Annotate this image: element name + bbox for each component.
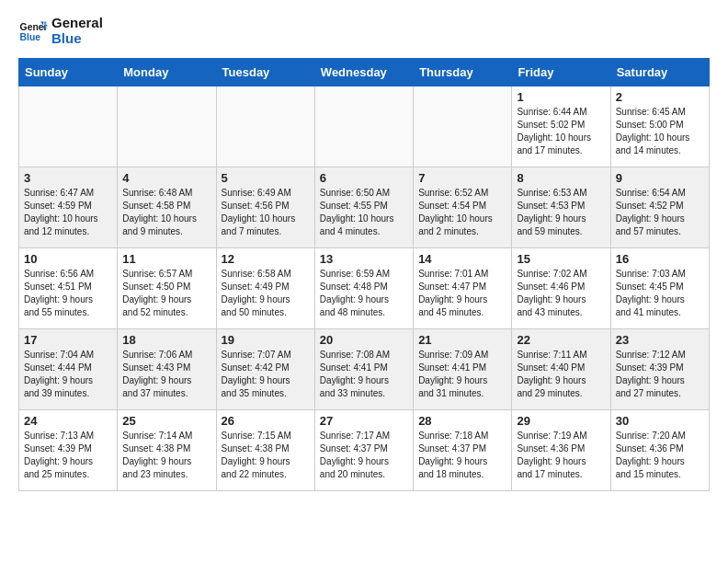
- day-cell: [216, 86, 314, 167]
- svg-text:Blue: Blue: [20, 32, 41, 42]
- day-number: 22: [517, 333, 605, 347]
- day-cell: 20Sunrise: 7:08 AMSunset: 4:41 PMDayligh…: [314, 328, 413, 409]
- day-info: Sunrise: 6:47 AMSunset: 4:59 PMDaylight:…: [24, 187, 112, 238]
- day-info: Sunrise: 7:07 AMSunset: 4:42 PMDaylight:…: [222, 349, 310, 400]
- day-number: 19: [222, 333, 310, 347]
- day-info: Sunrise: 7:02 AMSunset: 4:46 PMDaylight:…: [517, 268, 605, 319]
- weekday-header-row: SundayMondayTuesdayWednesdayThursdayFrid…: [19, 58, 710, 86]
- day-info: Sunrise: 7:18 AMSunset: 4:37 PMDaylight:…: [418, 430, 506, 481]
- day-info: Sunrise: 6:57 AMSunset: 4:50 PMDaylight:…: [122, 268, 210, 319]
- day-cell: 8Sunrise: 6:53 AMSunset: 4:53 PMDaylight…: [512, 167, 610, 247]
- day-cell: 28Sunrise: 7:18 AMSunset: 4:37 PMDayligh…: [414, 409, 512, 490]
- week-row-4: 17Sunrise: 7:04 AMSunset: 4:44 PMDayligh…: [19, 328, 710, 409]
- day-number: 12: [222, 252, 310, 266]
- day-cell: 25Sunrise: 7:14 AMSunset: 4:38 PMDayligh…: [118, 409, 216, 490]
- day-number: 17: [24, 333, 112, 347]
- day-info: Sunrise: 7:04 AMSunset: 4:44 PMDaylight:…: [24, 349, 112, 400]
- day-cell: 15Sunrise: 7:02 AMSunset: 4:46 PMDayligh…: [512, 247, 610, 328]
- day-info: Sunrise: 6:50 AMSunset: 4:55 PMDaylight:…: [320, 187, 408, 238]
- day-cell: 12Sunrise: 6:58 AMSunset: 4:49 PMDayligh…: [216, 247, 314, 328]
- day-cell: 29Sunrise: 7:19 AMSunset: 4:36 PMDayligh…: [512, 409, 610, 490]
- day-number: 4: [122, 171, 210, 185]
- week-row-1: 1Sunrise: 6:44 AMSunset: 5:02 PMDaylight…: [19, 86, 710, 167]
- day-number: 20: [320, 333, 408, 347]
- day-cell: 4Sunrise: 6:48 AMSunset: 4:58 PMDaylight…: [118, 167, 216, 247]
- weekday-header-saturday: Saturday: [610, 58, 709, 86]
- weekday-header-tuesday: Tuesday: [216, 58, 314, 86]
- day-cell: 2Sunrise: 6:45 AMSunset: 5:00 PMDaylight…: [610, 86, 709, 167]
- day-info: Sunrise: 6:56 AMSunset: 4:51 PMDaylight:…: [24, 268, 112, 319]
- day-info: Sunrise: 7:06 AMSunset: 4:43 PMDaylight:…: [122, 349, 210, 400]
- day-number: 27: [320, 414, 408, 428]
- day-info: Sunrise: 7:15 AMSunset: 4:38 PMDaylight:…: [222, 430, 310, 481]
- day-cell: [19, 86, 118, 167]
- weekday-header-thursday: Thursday: [414, 58, 512, 86]
- day-cell: 16Sunrise: 7:03 AMSunset: 4:45 PMDayligh…: [610, 247, 709, 328]
- day-info: Sunrise: 6:54 AMSunset: 4:52 PMDaylight:…: [616, 187, 704, 238]
- day-number: 10: [24, 252, 112, 266]
- day-info: Sunrise: 7:09 AMSunset: 4:41 PMDaylight:…: [418, 349, 506, 400]
- day-cell: 27Sunrise: 7:17 AMSunset: 4:37 PMDayligh…: [314, 409, 413, 490]
- day-cell: 26Sunrise: 7:15 AMSunset: 4:38 PMDayligh…: [216, 409, 314, 490]
- day-info: Sunrise: 7:20 AMSunset: 4:36 PMDaylight:…: [616, 430, 704, 481]
- header: General Blue General Blue: [18, 15, 710, 47]
- day-number: 29: [517, 414, 605, 428]
- weekday-header-friday: Friday: [512, 58, 610, 86]
- day-info: Sunrise: 7:01 AMSunset: 4:47 PMDaylight:…: [418, 268, 506, 319]
- day-info: Sunrise: 6:49 AMSunset: 4:56 PMDaylight:…: [222, 187, 310, 238]
- day-number: 26: [222, 414, 310, 428]
- day-cell: 14Sunrise: 7:01 AMSunset: 4:47 PMDayligh…: [414, 247, 512, 328]
- week-row-3: 10Sunrise: 6:56 AMSunset: 4:51 PMDayligh…: [19, 247, 710, 328]
- day-info: Sunrise: 6:45 AMSunset: 5:00 PMDaylight:…: [616, 106, 704, 157]
- day-cell: [414, 86, 512, 167]
- day-cell: 23Sunrise: 7:12 AMSunset: 4:39 PMDayligh…: [610, 328, 709, 409]
- logo-blue: Blue: [51, 30, 103, 46]
- day-cell: 11Sunrise: 6:57 AMSunset: 4:50 PMDayligh…: [118, 247, 216, 328]
- day-cell: 1Sunrise: 6:44 AMSunset: 5:02 PMDaylight…: [512, 86, 610, 167]
- day-number: 24: [24, 414, 112, 428]
- day-info: Sunrise: 7:13 AMSunset: 4:39 PMDaylight:…: [24, 430, 112, 481]
- logo: General Blue General Blue: [18, 15, 103, 47]
- day-info: Sunrise: 7:12 AMSunset: 4:39 PMDaylight:…: [616, 349, 704, 400]
- day-info: Sunrise: 7:03 AMSunset: 4:45 PMDaylight:…: [616, 268, 704, 319]
- day-number: 1: [517, 90, 605, 104]
- calendar-table: SundayMondayTuesdayWednesdayThursdayFrid…: [18, 58, 710, 491]
- day-cell: 22Sunrise: 7:11 AMSunset: 4:40 PMDayligh…: [512, 328, 610, 409]
- day-number: 14: [418, 252, 506, 266]
- day-number: 30: [616, 414, 704, 428]
- day-number: 2: [616, 90, 704, 104]
- day-number: 8: [517, 171, 605, 185]
- day-cell: 18Sunrise: 7:06 AMSunset: 4:43 PMDayligh…: [118, 328, 216, 409]
- day-number: 6: [320, 171, 408, 185]
- day-cell: 21Sunrise: 7:09 AMSunset: 4:41 PMDayligh…: [414, 328, 512, 409]
- week-row-2: 3Sunrise: 6:47 AMSunset: 4:59 PMDaylight…: [19, 167, 710, 247]
- day-cell: 3Sunrise: 6:47 AMSunset: 4:59 PMDaylight…: [19, 167, 118, 247]
- day-cell: 24Sunrise: 7:13 AMSunset: 4:39 PMDayligh…: [19, 409, 118, 490]
- page: General Blue General Blue SundayMondayTu…: [0, 0, 728, 510]
- day-number: 18: [122, 333, 210, 347]
- day-info: Sunrise: 6:58 AMSunset: 4:49 PMDaylight:…: [222, 268, 310, 319]
- day-number: 3: [24, 171, 112, 185]
- day-info: Sunrise: 6:44 AMSunset: 5:02 PMDaylight:…: [517, 106, 605, 157]
- day-info: Sunrise: 7:11 AMSunset: 4:40 PMDaylight:…: [517, 349, 605, 400]
- day-cell: 19Sunrise: 7:07 AMSunset: 4:42 PMDayligh…: [216, 328, 314, 409]
- weekday-header-monday: Monday: [118, 58, 216, 86]
- day-number: 21: [418, 333, 506, 347]
- day-number: 13: [320, 252, 408, 266]
- day-cell: 7Sunrise: 6:52 AMSunset: 4:54 PMDaylight…: [414, 167, 512, 247]
- logo-general: General: [51, 15, 103, 30]
- weekday-header-sunday: Sunday: [19, 58, 118, 86]
- day-number: 7: [418, 171, 506, 185]
- day-cell: 13Sunrise: 6:59 AMSunset: 4:48 PMDayligh…: [314, 247, 413, 328]
- day-info: Sunrise: 6:52 AMSunset: 4:54 PMDaylight:…: [418, 187, 506, 238]
- day-cell: 17Sunrise: 7:04 AMSunset: 4:44 PMDayligh…: [19, 328, 118, 409]
- weekday-header-wednesday: Wednesday: [314, 58, 413, 86]
- day-info: Sunrise: 6:53 AMSunset: 4:53 PMDaylight:…: [517, 187, 605, 238]
- day-number: 9: [616, 171, 704, 185]
- day-number: 25: [122, 414, 210, 428]
- day-cell: 30Sunrise: 7:20 AMSunset: 4:36 PMDayligh…: [610, 409, 709, 490]
- day-info: Sunrise: 6:59 AMSunset: 4:48 PMDaylight:…: [320, 268, 408, 319]
- day-info: Sunrise: 7:17 AMSunset: 4:37 PMDaylight:…: [320, 430, 408, 481]
- day-cell: 6Sunrise: 6:50 AMSunset: 4:55 PMDaylight…: [314, 167, 413, 247]
- day-number: 15: [517, 252, 605, 266]
